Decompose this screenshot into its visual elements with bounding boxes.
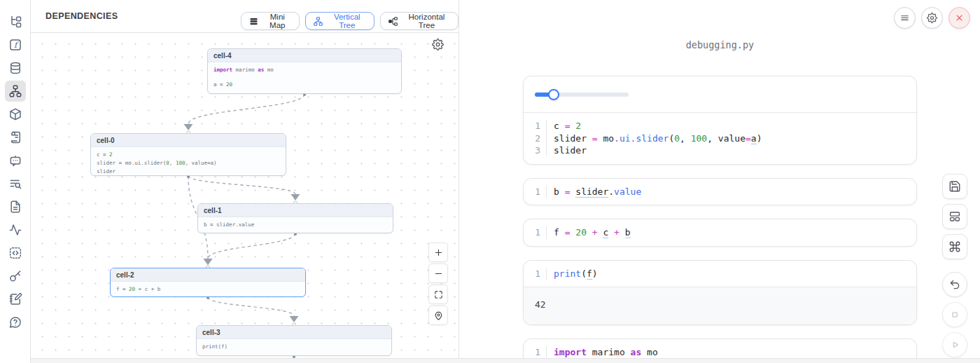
sidebar-item-chat[interactable] [5, 150, 26, 171]
sidebar-item-database[interactable] [5, 57, 26, 78]
code-token: + [592, 227, 598, 238]
menu-button[interactable] [894, 7, 916, 29]
graph-node-title: cell-2 [111, 268, 305, 282]
view-button-label: Horizontal Tree [402, 13, 451, 29]
code-token: ) [592, 268, 598, 279]
file-tree-icon [8, 15, 22, 29]
graph-node-cell-3[interactable]: cell-3print(f) [196, 325, 392, 356]
graph-node-cell-2[interactable]: cell-2f = 20 + c + b [110, 268, 306, 297]
view-button-minimap[interactable]: Mini Map [241, 12, 300, 30]
settings-button[interactable] [921, 7, 943, 29]
code-token: ) [757, 133, 762, 144]
layout-button[interactable] [942, 204, 967, 229]
code-token: + [614, 227, 620, 238]
function-icon: f [8, 38, 22, 52]
panel-title: DEPENDENCIES [46, 11, 118, 21]
line-numbers: 1 [524, 268, 547, 280]
minimap-icon [248, 16, 259, 27]
code-token: value [614, 186, 641, 197]
sidebar-item-document[interactable] [5, 196, 26, 217]
graph-fit-view-button[interactable] [428, 285, 448, 304]
settings-icon [927, 13, 937, 23]
graph-node-cell-0[interactable]: cell-0c = 2slider = mo.ui.slider(0, 100,… [90, 133, 286, 176]
graph-node-code-line: f = 20 + c + b [116, 285, 300, 294]
code-token: f [554, 227, 565, 238]
cell-editor[interactable]: 123c = 2slider = mo.ui.slider(0, 100, va… [524, 113, 916, 164]
save-button[interactable] [942, 174, 967, 199]
slider-thumb[interactable] [548, 89, 559, 100]
sidebar-item-scroll[interactable] [5, 127, 26, 148]
graph-settings-button[interactable] [431, 39, 444, 51]
graph-plus-button[interactable] [428, 242, 448, 262]
graph-zoom-controls [428, 242, 448, 325]
code-line: import marimo as mo [554, 346, 658, 359]
package-icon [8, 107, 22, 121]
save-icon [948, 180, 961, 193]
chat-icon [8, 153, 22, 167]
graph-node-cell-1[interactable]: cell-1b = slider.value [197, 203, 393, 233]
code-line: slider [554, 144, 762, 157]
vertical-tree-icon [313, 16, 323, 27]
graph-node-code-line: slider = mo.ui.slider(0, 100, value=a) [97, 159, 280, 167]
sidebar-item-key[interactable] [5, 266, 26, 287]
sidebar-item-snippets[interactable] [5, 242, 26, 263]
code-token: slider [575, 186, 608, 198]
code-token: b [554, 186, 565, 197]
code-token: 20 [226, 81, 232, 88]
code-token: = [592, 133, 598, 144]
undo-button[interactable] [942, 272, 967, 297]
cell-editor[interactable]: 1f = 20 + c + b [524, 219, 916, 246]
code-token: a [751, 133, 757, 144]
code-token: as [258, 67, 264, 73]
code-line: b = slider.value [554, 186, 641, 198]
sidebar-item-file-tree[interactable] [5, 11, 26, 32]
line-number: 1 [524, 186, 540, 198]
code-token: . [608, 186, 614, 197]
code-token: 20 [575, 227, 587, 238]
sidebar-item-function[interactable]: f [5, 34, 26, 55]
graph-locate-button[interactable] [428, 306, 448, 325]
graph-node-cell-4[interactable]: cell-4import marimo as moa = 20 [207, 48, 402, 94]
plus-icon [433, 247, 444, 258]
code-token [587, 227, 592, 238]
code-token: slider [554, 133, 592, 144]
document-icon [8, 200, 22, 214]
cell-editor[interactable]: 1print(f) [524, 261, 916, 287]
line-number: 1 [524, 226, 540, 239]
code-token: + c + b [135, 286, 160, 292]
cell-editor[interactable]: 1b = slider.value [524, 179, 916, 205]
notebook-area: debugging.py 123c = 2slider = mo.ui.slid… [459, 0, 980, 363]
dependency-graph-icon [8, 84, 22, 98]
sidebar-item-list-search[interactable] [5, 173, 26, 194]
sidebar-item-activity[interactable] [5, 219, 26, 240]
graph-node-title: cell-3 [197, 326, 391, 339]
command-button[interactable] [942, 234, 967, 259]
code-token [608, 227, 614, 238]
line-number: 2 [524, 132, 540, 145]
shutdown-button[interactable] [948, 7, 970, 29]
key-icon [8, 269, 22, 283]
graph-node-code-line: print(f) [202, 343, 386, 351]
sidebar-item-help[interactable] [5, 312, 26, 333]
view-button-horizontal-tree[interactable]: Horizontal Tree [380, 12, 458, 30]
slider-widget[interactable] [535, 88, 629, 102]
code-token: 100 [691, 133, 707, 144]
graph-node-title: cell-4 [208, 49, 401, 62]
notebook-filename[interactable]: debugging.py [523, 39, 917, 50]
graph-minus-button[interactable] [428, 263, 448, 283]
code-token: import [554, 347, 587, 357]
view-button-vertical-tree[interactable]: Vertical Tree [305, 12, 374, 30]
code-token: slider [554, 145, 587, 156]
play-button[interactable] [942, 332, 967, 357]
stop-button[interactable] [942, 302, 967, 327]
sidebar-item-notebook-pen[interactable] [5, 289, 26, 310]
sidebar-item-package[interactable] [5, 104, 26, 125]
notebook-cells: 123c = 2slider = mo.ui.slider(0, 100, va… [523, 76, 917, 363]
sidebar-item-dependency-graph[interactable] [5, 81, 26, 102]
dependencies-panel: DEPENDENCIES cell-4import marimo as moa … [31, 0, 459, 363]
code-line: f = 20 + c + b [554, 226, 631, 239]
code-token: 0 [674, 133, 680, 144]
help-icon [8, 315, 22, 329]
code-token: 2 [109, 151, 113, 158]
dependency-graph-canvas[interactable]: cell-4import marimo as moa = 20cell-0c =… [31, 33, 458, 363]
